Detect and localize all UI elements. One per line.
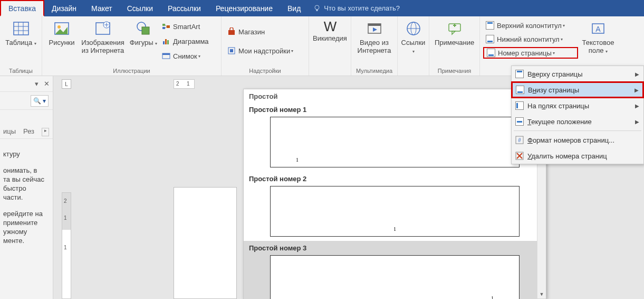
tab-review[interactable]: Рецензирование (208, 0, 280, 16)
gallery-preview: 1 (270, 117, 520, 167)
svg-line-16 (165, 25, 167, 26)
group-comments-label: Примечания (432, 67, 476, 76)
svg-rect-19 (165, 39, 167, 44)
store-icon (227, 27, 236, 36)
gallery-item[interactable]: Простой номер 3 1 (244, 241, 546, 299)
horizontal-ruler[interactable]: 2 1 (174, 79, 195, 89)
vertical-ruler[interactable]: 2 1 1 (62, 192, 71, 299)
scroll-down-icon[interactable]: ▼ (537, 289, 546, 298)
online-pictures-button[interactable]: Изображения из Интернета (78, 18, 128, 54)
svg-text:W: W (323, 20, 337, 33)
video-icon (366, 20, 383, 38)
gallery-item[interactable]: Простой номер 1 1 (244, 102, 546, 172)
online-picture-icon (94, 20, 112, 38)
page-top-icon (512, 70, 527, 78)
menu-current-position[interactable]: Текущее положение ▶ (512, 114, 643, 129)
smartart-icon (161, 22, 171, 31)
navigation-pane: ▾ ✕ 🔍 ▾ ицы Рез ▸ ктуру онимать, в та вы… (0, 76, 53, 299)
screenshot-button[interactable]: Снимок▾ (159, 50, 217, 62)
svg-point-0 (315, 5, 319, 10)
pictures-button[interactable]: Рисунки (45, 18, 78, 46)
submenu-arrow-icon: ▶ (635, 87, 639, 93)
page-number-button[interactable]: Номер страницы ▾ (483, 47, 578, 59)
page-bottom-icon (512, 86, 528, 94)
group-addins-label: Надстройки (225, 67, 305, 76)
tab-references[interactable]: Ссылки (120, 0, 160, 16)
nav-close-icon[interactable]: ✕ (44, 80, 50, 88)
screenshot-icon (161, 52, 171, 60)
header-button[interactable]: Верхний колонтитул ▾ (483, 20, 578, 31)
remove-icon (512, 152, 527, 160)
comment-icon (446, 20, 464, 38)
page-number-gallery: ▲ ▼ Простой Простой номер 1 1 Простой но… (243, 89, 546, 299)
svg-rect-14 (162, 27, 165, 29)
comment-button[interactable]: Примечание (432, 18, 476, 46)
group-illustrations-label: Иллюстрации (45, 67, 218, 76)
svg-rect-25 (230, 49, 233, 52)
format-icon: # (512, 136, 527, 144)
tell-me[interactable]: Что вы хотите сделать? (308, 0, 400, 16)
shapes-icon (134, 20, 152, 38)
menu-bottom-of-page[interactable]: Внизу страницы ▶ (512, 82, 643, 98)
svg-rect-15 (167, 25, 170, 28)
page-number-menu: Вверху страницы ▶ Внизу страницы ▶ На по… (511, 66, 644, 164)
submenu-arrow-icon: ▶ (635, 71, 639, 77)
svg-rect-2 (14, 22, 28, 35)
nav-tab-more[interactable]: ▸ (42, 128, 49, 136)
nav-search-input[interactable]: 🔍 ▾ (31, 95, 49, 107)
svg-rect-28 (368, 24, 381, 26)
tab-insert[interactable]: Вставка (0, 0, 44, 16)
tab-view[interactable]: Вид (280, 0, 308, 16)
svg-text:#: # (518, 137, 521, 143)
document-page[interactable] (174, 187, 237, 299)
textbox-button[interactable]: A Текстовое поле ▾ (578, 18, 618, 55)
nav-tab-results[interactable]: Рез (23, 127, 34, 138)
gallery-item[interactable]: Простой номер 2 1 (244, 172, 546, 241)
tab-mailings[interactable]: Рассылки (160, 0, 208, 16)
group-media-label: Мультимедиа (354, 67, 394, 76)
menu-separator (514, 130, 641, 131)
online-video-button[interactable]: Видео из Интернета (354, 18, 394, 54)
menu-page-margins[interactable]: На полях страницы ▶ (512, 98, 643, 114)
link-icon (405, 20, 422, 38)
chart-icon (161, 37, 171, 45)
tab-design[interactable]: Дизайн (44, 0, 84, 16)
svg-marker-29 (373, 27, 377, 32)
svg-line-17 (165, 27, 167, 28)
nav-item[interactable]: ерейдите на примените ужному менте. (3, 209, 50, 245)
nav-dropdown-icon[interactable]: ▾ (35, 80, 39, 88)
document-area: L 2 1 2 1 1 ▲ ▼ Простой Простой номер 1 … (53, 76, 644, 299)
svg-rect-20 (167, 40, 169, 44)
menu-top-of-page[interactable]: Вверху страницы ▶ (512, 66, 643, 82)
menu-format-page-numbers[interactable]: # Формат номеров страниц... (512, 132, 643, 148)
footer-button[interactable]: Нижний колонтитул ▾ (483, 33, 578, 45)
svg-rect-12 (142, 27, 149, 34)
nav-tab-headings[interactable]: ицы (3, 127, 16, 138)
chart-button[interactable]: Диаграмма (159, 35, 217, 47)
page-margin-icon (512, 101, 527, 110)
svg-text:A: A (595, 25, 601, 33)
my-addins-button[interactable]: Мои надстройки ▾ (225, 45, 295, 57)
tab-selector[interactable]: L (62, 79, 71, 89)
svg-rect-18 (163, 41, 165, 44)
addins-icon (227, 46, 236, 55)
page-number-icon (486, 49, 496, 57)
nav-item[interactable]: ктуру (3, 150, 50, 158)
nav-item[interactable]: онимать, в та вы сейчас быстро части. (3, 166, 50, 202)
svg-rect-13 (162, 24, 165, 26)
table-button[interactable]: Таблица ▾ (3, 18, 39, 48)
wikipedia-icon: W (321, 20, 339, 33)
wikipedia-button[interactable]: W Википедия (312, 18, 348, 42)
table-icon (12, 20, 30, 38)
shapes-button[interactable]: Фигуры ▾ (128, 18, 159, 48)
tab-layout[interactable]: Макет (84, 0, 120, 16)
page-current-icon (512, 117, 527, 126)
group-tables-label: Таблицы (3, 67, 39, 76)
svg-rect-23 (228, 30, 235, 35)
smartart-button[interactable]: SmartArt (159, 21, 217, 32)
tell-me-label: Что вы хотите сделать? (324, 4, 400, 12)
links-button[interactable]: Ссылки▾ (401, 18, 426, 55)
menu-remove-page-numbers[interactable]: Удалить номера страниц (512, 148, 643, 164)
ribbon-tabs: Вставка Дизайн Макет Ссылки Рассылки Рец… (0, 0, 644, 16)
store-button[interactable]: Магазин (225, 26, 295, 38)
